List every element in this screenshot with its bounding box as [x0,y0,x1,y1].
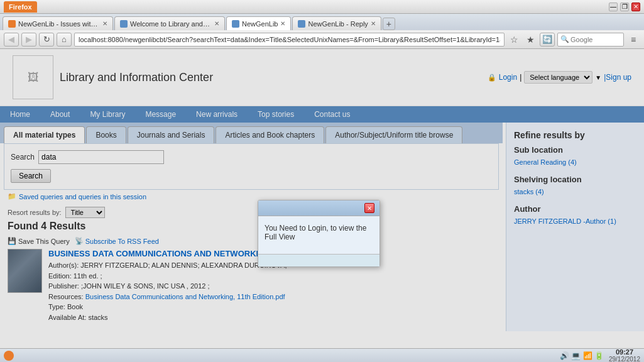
modal-footer [258,254,379,266]
tab-icon-2 [232,20,239,28]
tab-close-1[interactable]: ✕ [214,20,219,27]
bookmark-star-icon[interactable]: ☆ [507,33,521,47]
browser-tab-1[interactable]: Welcome to Library and Information .... … [114,16,225,30]
tab-close-3[interactable]: ✕ [371,20,376,27]
title-bar: Firefox — ❐ ✕ [0,0,644,14]
tab-icon-3 [298,20,305,28]
back-button[interactable]: ◀ [4,33,19,47]
browser-frame: Firefox — ❐ ✕ NewGenLib - Issues with Ne… [0,0,644,362]
modal-header: ✕ [258,200,379,216]
modal-close-button[interactable]: ✕ [364,203,374,213]
status-left [4,351,14,361]
tab-close-2[interactable]: ✕ [280,20,285,27]
firefox-label: Firefox [4,1,37,13]
bookmark-star2-icon[interactable]: ★ [523,33,537,47]
tab-icon-0 [8,20,16,28]
browser-tab-label-2: NewGenLib [242,20,278,28]
browser-tab-label-1: Welcome to Library and Information .... [130,20,212,28]
close-btn[interactable]: ✕ [631,3,640,11]
status-right: 🔊 💻 📶 🔋 09:27 29/12/2012 [560,348,640,362]
clock-display: 09:27 [616,348,633,356]
status-bar: 🔊 💻 📶 🔋 09:27 29/12/2012 [0,348,644,362]
forward-button[interactable]: ▶ [21,33,36,47]
modal-body: You Need to Login, to view the Full View [258,216,379,254]
home-button[interactable]: ⌂ [57,33,72,47]
tab-close-0[interactable]: ✕ [102,20,107,27]
restore-btn[interactable]: ❐ [620,3,629,11]
nav-extra-btn[interactable]: ≡ [626,33,640,47]
browser-tab-2[interactable]: NewGenLib ✕ [226,16,291,30]
browser-tab-label-3: NewGenLib - Reply [308,20,368,28]
browser-tab-3[interactable]: NewGenLib - Reply ✕ [292,16,381,30]
browser-search-input[interactable] [570,36,621,43]
address-bar[interactable] [74,33,505,47]
status-firefox-icon [4,351,14,361]
browser-tabs-bar: NewGenLib - Issues with NewGenLib ... ✕ … [0,14,644,30]
browser-search-box[interactable]: 🔍 [557,33,624,47]
clock-area: 09:27 29/12/2012 [609,348,640,362]
browser-tab-label-0: NewGenLib - Issues with NewGenLib ... [18,20,100,28]
reload-button[interactable]: ↻ [39,33,54,47]
ssl-icon: 🔄 [540,33,555,47]
minimize-btn[interactable]: — [609,3,618,11]
modal-body-text: You Need to Login, to view the Full View [265,224,366,241]
new-tab-button[interactable]: + [383,18,395,30]
navigation-bar: ◀ ▶ ↻ ⌂ ☆ ★ 🔄 🔍 ≡ [0,30,644,49]
system-tray-icons: 🔊 💻 📶 🔋 [560,351,604,360]
modal-overlay[interactable]: ✕ You Need to Login, to view the Full Vi… [0,49,644,348]
bing-icon: 🔍 [560,35,569,43]
browser-tab-0[interactable]: NewGenLib - Issues with NewGenLib ... ✕ [3,16,113,30]
tab-icon-1 [120,20,128,28]
modal-dialog: ✕ You Need to Login, to view the Full Vi… [258,200,380,267]
page-content: 🖼 Library and Information Center 🔒 Login… [0,49,644,348]
date-display: 29/12/2012 [609,356,640,362]
